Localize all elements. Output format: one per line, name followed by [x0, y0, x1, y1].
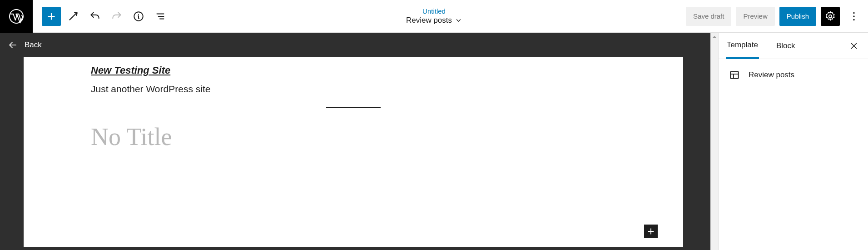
tab-template[interactable]: Template	[726, 33, 759, 59]
redo-button[interactable]	[107, 7, 126, 26]
back-button[interactable]: Back	[0, 33, 710, 57]
scroll-up-arrow[interactable]	[711, 34, 718, 40]
svg-point-3	[853, 12, 854, 13]
svg-point-0	[10, 10, 23, 23]
plus-icon	[646, 226, 656, 236]
preview-button[interactable]: Preview	[736, 7, 774, 26]
options-button[interactable]	[844, 7, 863, 26]
separator-block[interactable]	[326, 107, 381, 108]
svg-point-2	[829, 15, 832, 18]
svg-rect-6	[730, 71, 738, 78]
editor-canvas[interactable]: New Testing Site Just another WordPress …	[24, 57, 683, 247]
list-view-button[interactable]	[151, 7, 170, 26]
document-type-label: Review posts	[406, 16, 452, 25]
layout-icon	[729, 69, 740, 81]
site-tagline[interactable]: Just another WordPress site	[91, 84, 616, 95]
site-title[interactable]: New Testing Site	[91, 65, 616, 76]
undo-button[interactable]	[85, 7, 104, 26]
publish-button[interactable]: Publish	[779, 7, 816, 26]
document-title: Untitled	[406, 7, 462, 15]
details-button[interactable]	[129, 7, 148, 26]
svg-point-5	[853, 19, 854, 20]
wordpress-logo[interactable]	[0, 0, 33, 33]
add-block-button[interactable]	[42, 7, 61, 26]
kebab-icon	[848, 10, 860, 22]
settings-button[interactable]	[821, 7, 840, 26]
tools-button[interactable]	[64, 7, 83, 26]
back-label: Back	[25, 40, 42, 50]
save-draft-button[interactable]: Save draft	[686, 7, 731, 26]
add-block-inline-button[interactable]	[644, 225, 658, 238]
chevron-down-icon	[455, 17, 462, 24]
arrow-left-icon	[7, 40, 18, 50]
gear-icon	[824, 10, 836, 22]
template-name: Review posts	[749, 70, 794, 80]
post-title-placeholder[interactable]: No Title	[91, 123, 616, 151]
svg-point-1	[134, 12, 143, 21]
close-icon	[849, 41, 859, 51]
document-type-dropdown[interactable]: Review posts	[406, 16, 462, 25]
template-row[interactable]: Review posts	[719, 59, 868, 91]
close-panel-button[interactable]	[847, 39, 861, 53]
vertical-scrollbar[interactable]	[710, 33, 718, 250]
tab-block[interactable]: Block	[775, 33, 796, 59]
svg-point-4	[853, 15, 854, 17]
